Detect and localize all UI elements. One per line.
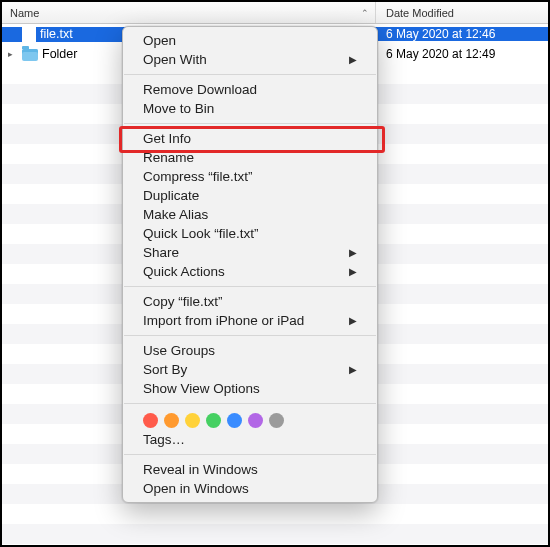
menu-open-in-windows[interactable]: Open in Windows (123, 479, 377, 498)
context-menu: Open Open With▶ Remove Download Move to … (122, 26, 378, 503)
menu-separator (124, 74, 376, 75)
menu-label: Remove Download (143, 82, 257, 97)
menu-share[interactable]: Share▶ (123, 243, 377, 262)
menu-move-to-bin[interactable]: Move to Bin (123, 99, 377, 118)
menu-label: Compress “file.txt” (143, 169, 253, 184)
menu-label: Share (143, 245, 179, 260)
menu-separator (124, 123, 376, 124)
menu-use-groups[interactable]: Use Groups (123, 341, 377, 360)
file-date: 6 May 2020 at 12:46 (376, 27, 548, 41)
tag-dot[interactable] (248, 413, 263, 428)
column-label: Name (10, 7, 39, 19)
menu-compress[interactable]: Compress “file.txt” (123, 167, 377, 186)
submenu-arrow-icon: ▶ (349, 266, 357, 277)
menu-separator (124, 454, 376, 455)
menu-import[interactable]: Import from iPhone or iPad▶ (123, 311, 377, 330)
column-header-name[interactable]: Name ⌃ (2, 2, 376, 23)
file-name: Folder (42, 47, 77, 61)
menu-remove-download[interactable]: Remove Download (123, 80, 377, 99)
column-header: Name ⌃ Date Modified (2, 2, 548, 24)
menu-label: Use Groups (143, 343, 215, 358)
submenu-arrow-icon: ▶ (349, 54, 357, 65)
tag-dot[interactable] (269, 413, 284, 428)
menu-tags[interactable]: Tags… (123, 430, 377, 449)
column-label: Date Modified (386, 7, 454, 19)
tag-dot[interactable] (206, 413, 221, 428)
menu-open[interactable]: Open (123, 31, 377, 50)
menu-open-with[interactable]: Open With▶ (123, 50, 377, 69)
menu-label: Get Info (143, 131, 191, 146)
menu-separator (124, 335, 376, 336)
tag-dot[interactable] (164, 413, 179, 428)
column-header-date[interactable]: Date Modified (376, 2, 548, 23)
file-icon (22, 27, 36, 42)
menu-label: Tags… (143, 432, 185, 447)
menu-label: Show View Options (143, 381, 260, 396)
menu-label: Rename (143, 150, 194, 165)
menu-separator (124, 286, 376, 287)
menu-quick-look[interactable]: Quick Look “file.txt” (123, 224, 377, 243)
submenu-arrow-icon: ▶ (349, 315, 357, 326)
menu-label: Quick Actions (143, 264, 225, 279)
menu-show-view-options[interactable]: Show View Options (123, 379, 377, 398)
menu-make-alias[interactable]: Make Alias (123, 205, 377, 224)
tag-dot[interactable] (227, 413, 242, 428)
menu-label: Copy “file.txt” (143, 294, 223, 309)
disclosure-icon[interactable]: ▸ (8, 49, 18, 59)
menu-label: Import from iPhone or iPad (143, 313, 304, 328)
menu-label: Reveal in Windows (143, 462, 258, 477)
menu-duplicate[interactable]: Duplicate (123, 186, 377, 205)
menu-tags-row (123, 409, 377, 430)
menu-separator (124, 403, 376, 404)
submenu-arrow-icon: ▶ (349, 247, 357, 258)
menu-label: Open With (143, 52, 207, 67)
tag-dot[interactable] (143, 413, 158, 428)
menu-quick-actions[interactable]: Quick Actions▶ (123, 262, 377, 281)
menu-label: Open (143, 33, 176, 48)
menu-label: Sort By (143, 362, 187, 377)
folder-icon (22, 49, 38, 61)
menu-label: Make Alias (143, 207, 208, 222)
menu-label: Open in Windows (143, 481, 249, 496)
menu-label: Duplicate (143, 188, 199, 203)
menu-label: Quick Look “file.txt” (143, 226, 259, 241)
file-name: file.txt (40, 27, 73, 41)
menu-copy[interactable]: Copy “file.txt” (123, 292, 377, 311)
menu-reveal-in-windows[interactable]: Reveal in Windows (123, 460, 377, 479)
menu-get-info[interactable]: Get Info (123, 129, 377, 148)
sort-caret-icon: ⌃ (361, 8, 369, 18)
file-date: 6 May 2020 at 12:49 (376, 47, 548, 61)
menu-rename[interactable]: Rename (123, 148, 377, 167)
submenu-arrow-icon: ▶ (349, 364, 357, 375)
menu-label: Move to Bin (143, 101, 214, 116)
menu-sort-by[interactable]: Sort By▶ (123, 360, 377, 379)
tag-dot[interactable] (185, 413, 200, 428)
